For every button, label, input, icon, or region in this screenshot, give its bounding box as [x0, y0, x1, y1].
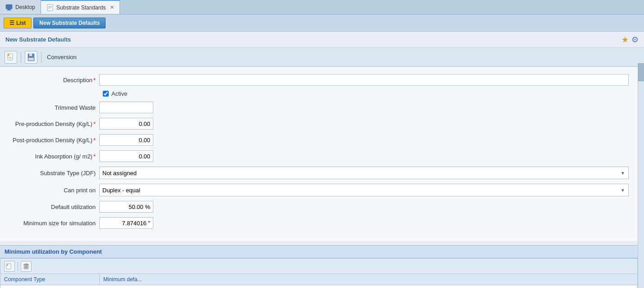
post-production-density-input[interactable]	[99, 134, 153, 146]
add-row-icon	[6, 263, 13, 270]
description-row: Description*	[9, 74, 629, 86]
tab-desktop[interactable]: Desktop	[0, 0, 41, 14]
table-toolbar	[0, 259, 637, 274]
table-body	[0, 285, 637, 288]
ink-absorption-label: Ink Absorption (g/ m2)*	[9, 153, 99, 160]
new-record-icon	[7, 53, 15, 61]
scrollbar-vertical[interactable]: ▲	[638, 67, 644, 288]
new-substrate-label: New Substrate Defaults	[39, 20, 100, 26]
default-utilization-label: Default utilization	[9, 204, 99, 210]
app-window: Desktop Substrate Standards ✕ ☰ List New…	[0, 0, 644, 288]
table-header: Component Type Minimum defa...	[0, 274, 637, 285]
pre-production-density-input[interactable]	[99, 118, 153, 130]
minimum-size-input[interactable]	[99, 217, 153, 229]
substrate-type-row: Substrate Type (JDF) Not assigned Paper …	[9, 167, 629, 179]
tab-substrate-standards[interactable]: Substrate Standards ✕	[41, 0, 120, 14]
action-bar: ☰ List New Substrate Defaults	[0, 14, 644, 32]
trimmed-waste-label: Trimmed Waste	[9, 104, 99, 111]
active-label: Active	[111, 90, 127, 97]
substrate-type-select[interactable]: Not assigned Paper Cardboard Plastic Oth…	[99, 167, 629, 179]
svg-rect-3	[47, 5, 53, 11]
conversion-label: Conversion	[45, 54, 77, 60]
tab-substrate-label: Substrate Standards	[56, 5, 106, 11]
svg-rect-12	[29, 54, 32, 56]
settings-icon[interactable]: ⚙	[631, 35, 639, 45]
tab-desktop-label: Desktop	[15, 4, 35, 10]
breadcrumb: New Substrate Defaults	[5, 36, 71, 43]
can-print-on-row: Can print on Duplex - equal Simplex Dupl…	[9, 184, 629, 196]
content-inner: Description* Active Trimmed Waste	[0, 67, 644, 288]
svg-rect-15	[7, 264, 8, 266]
substrate-type-select-wrapper: Not assigned Paper Cardboard Plastic Oth…	[99, 167, 629, 179]
column-component-type[interactable]: Component Type	[0, 274, 100, 285]
minimum-size-row: Minimum size for simulation	[9, 217, 629, 229]
can-print-on-select[interactable]: Duplex - equal Simplex Duplex - unequal	[99, 184, 629, 196]
list-button[interactable]: ☰ List	[4, 18, 32, 28]
new-record-button[interactable]	[5, 51, 17, 64]
breadcrumb-actions: ★ ⚙	[621, 35, 639, 45]
toolbar-divider-2	[41, 52, 41, 63]
post-production-density-row: Post-production Density (Kg/L)*	[9, 134, 629, 146]
save-icon	[27, 53, 35, 61]
svg-rect-18	[25, 264, 28, 265]
tab-bar: Desktop Substrate Standards ✕	[0, 0, 644, 14]
default-utilization-row: Default utilization	[9, 201, 629, 213]
breadcrumb-bar: New Substrate Defaults ★ ⚙	[0, 32, 644, 48]
table-toolbar-divider	[18, 262, 18, 271]
tab-close-icon[interactable]: ✕	[110, 5, 114, 10]
can-print-on-select-wrapper: Duplex - equal Simplex Duplex - unequal	[99, 184, 629, 196]
toolbar-divider-1	[21, 52, 21, 63]
post-production-density-label: Post-production Density (Kg/L)*	[9, 137, 99, 144]
component-table: Component Type Minimum defa...	[0, 258, 638, 288]
column-minimum-default[interactable]: Minimum defa...	[100, 274, 190, 285]
active-checkbox[interactable]	[103, 91, 109, 97]
description-required: *	[93, 77, 96, 84]
section-header: Minimum utilization by Component	[0, 245, 638, 258]
main-content-wrapper: Description* Active Trimmed Waste	[0, 67, 644, 288]
toolbar: Conversion	[0, 48, 644, 67]
delete-component-button[interactable]	[21, 261, 32, 272]
form-area: Description* Active Trimmed Waste	[0, 67, 638, 241]
new-substrate-defaults-button[interactable]: New Substrate Defaults	[33, 18, 106, 28]
ink-absorption-input[interactable]	[99, 150, 153, 162]
minimum-size-label: Minimum size for simulation	[9, 220, 99, 227]
delete-row-icon	[23, 263, 30, 270]
save-button[interactable]	[25, 51, 37, 64]
substrate-icon	[46, 4, 54, 11]
desktop-icon	[5, 4, 13, 11]
description-input[interactable]	[99, 74, 629, 86]
ink-absorption-row: Ink Absorption (g/ m2)*	[9, 150, 629, 162]
list-label: List	[16, 20, 26, 26]
default-utilization-input[interactable]	[99, 201, 153, 213]
svg-rect-0	[6, 5, 12, 9]
add-component-button[interactable]	[4, 261, 15, 272]
scrollbar-thumb[interactable]	[638, 67, 644, 81]
can-print-on-label: Can print on	[9, 187, 99, 194]
trimmed-waste-input[interactable]	[99, 102, 153, 113]
active-row: Active	[9, 90, 629, 97]
bookmark-icon[interactable]: ★	[621, 35, 629, 45]
list-icon: ☰	[9, 20, 14, 26]
pre-production-density-row: Pre-production Density (Kg/L)*	[9, 118, 629, 130]
svg-rect-1	[8, 9, 10, 10]
description-label: Description*	[9, 77, 99, 84]
svg-rect-8	[8, 54, 9, 56]
substrate-type-label: Substrate Type (JDF)	[9, 170, 99, 177]
trimmed-waste-row: Trimmed Waste	[9, 102, 629, 113]
pre-production-density-label: Pre-production Density (Kg/L)*	[9, 121, 99, 127]
svg-rect-13	[28, 58, 34, 60]
svg-rect-2	[7, 10, 11, 10]
